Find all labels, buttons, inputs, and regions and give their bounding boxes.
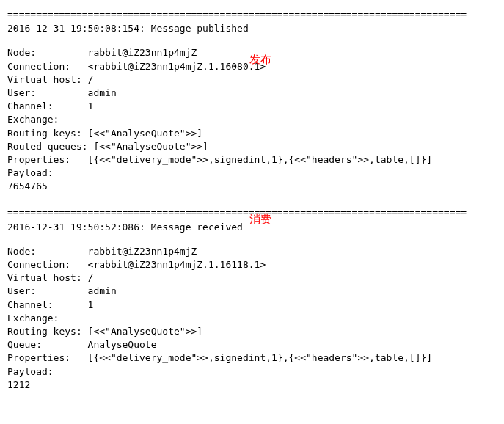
properties-value: [{<<"delivery_mode">>,signedint,1},{<<"h…: [88, 352, 433, 363]
row-user: User: admin: [7, 285, 497, 298]
received-section: ========================================…: [7, 205, 497, 391]
blank-line: [7, 37, 497, 46]
routingkeys-label: Routing keys:: [7, 128, 88, 139]
vhost-value: /: [88, 272, 94, 283]
blank-line: [7, 235, 497, 245]
row-connection: Connection: <rabbit@iZ23nn1p4mjZ.1.16118…: [7, 258, 497, 271]
node-value: rabbit@iZ23nn1p4mjZ: [88, 246, 197, 257]
properties-label: Properties:: [7, 154, 88, 165]
channel-label: Channel:: [7, 299, 88, 310]
row-exchange: Exchange:: [7, 113, 497, 126]
properties-label: Properties:: [7, 352, 88, 363]
node-label: Node:: [7, 246, 88, 257]
user-label: User:: [7, 87, 88, 98]
published-header: 2016-12-31 19:50:08:154: Message publish…: [7, 22, 497, 35]
channel-value: 1: [88, 299, 94, 310]
routingkeys-value: [<<"AnalyseQuote">>]: [88, 128, 203, 139]
row-channel: Channel: 1: [7, 299, 497, 312]
user-label: User:: [7, 285, 88, 296]
row-queue: Queue: AnalyseQuote: [7, 338, 497, 351]
routingkeys-label: Routing keys:: [7, 326, 88, 337]
row-channel: Channel: 1: [7, 100, 497, 113]
row-routing-keys: Routing keys: [<<"AnalyseQuote">>]: [7, 127, 497, 140]
row-payload-label: Payload:: [7, 365, 497, 379]
routedqueues-value: [<<"AnalyseQuote">>]: [93, 141, 208, 152]
row-node: Node: rabbit@iZ23nn1p4mjZ: [7, 245, 497, 258]
row-vhost: Virtual host: /: [7, 271, 497, 285]
row-routing-keys: Routing keys: [<<"AnalyseQuote">>]: [7, 325, 497, 338]
vhost-value: /: [88, 74, 94, 85]
row-properties: Properties: [{<<"delivery_mode">>,signed…: [7, 351, 497, 365]
connection-value: <rabbit@iZ23nn1p4mjZ.1.16118.1>: [88, 259, 266, 270]
connection-label: Connection:: [7, 259, 88, 270]
vhost-label: Virtual host:: [7, 74, 88, 85]
row-routed-queues: Routed queues: [<<"AnalyseQuote">>]: [7, 140, 497, 153]
node-label: Node:: [7, 47, 88, 58]
annotation-publish: 发布: [249, 51, 271, 67]
queue-value: AnalyseQuote: [88, 339, 157, 350]
separator-top-1: ========================================…: [7, 7, 497, 21]
connection-label: Connection:: [7, 61, 88, 72]
properties-value: [{<<"delivery_mode">>,signedint,1},{<<"h…: [88, 154, 433, 165]
routingkeys-value: [<<"AnalyseQuote">>]: [88, 326, 203, 337]
published-section: ========================================…: [7, 7, 497, 193]
channel-label: Channel:: [7, 100, 88, 112]
channel-value: 1: [88, 100, 94, 112]
vhost-label: Virtual host:: [7, 272, 88, 283]
row-properties: Properties: [{<<"delivery_mode">>,signed…: [7, 153, 497, 167]
queue-label: Queue:: [7, 339, 88, 350]
user-value: admin: [88, 285, 117, 296]
routedqueues-label: Routed queues:: [7, 141, 93, 152]
row-user: User: admin: [7, 87, 497, 100]
exchange-label: Exchange:: [7, 312, 88, 324]
row-payload-value: 1212: [7, 379, 497, 392]
row-vhost: Virtual host: /: [7, 73, 497, 87]
annotation-consume: 消费: [249, 211, 271, 227]
exchange-label: Exchange:: [7, 114, 88, 125]
blank-line: [7, 196, 497, 205]
row-payload-label: Payload:: [7, 167, 497, 180]
node-value: rabbit@iZ23nn1p4mjZ: [88, 47, 197, 58]
row-payload-value: 7654765: [7, 180, 497, 193]
user-value: admin: [88, 87, 117, 98]
row-exchange: Exchange:: [7, 312, 497, 325]
connection-value: <rabbit@iZ23nn1p4mjZ.1.16080.1>: [88, 61, 266, 72]
